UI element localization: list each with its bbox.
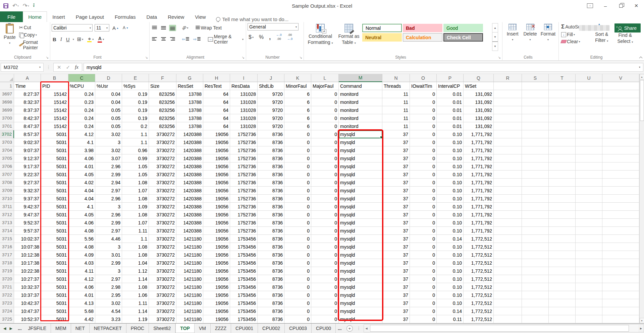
cell-G3723[interactable]: 1421180 [176,299,203,307]
cell-M3725[interactable]: mysqld [339,315,382,323]
bottom-align-button[interactable] [169,25,176,31]
row-header-3723[interactable]: 3723 [0,299,14,307]
cell-K3716[interactable]: 0 [284,243,311,251]
cell-U3708[interactable] [576,179,602,187]
orientation-button[interactable]: ab▾ [181,25,189,30]
cell-J3699[interactable]: 9720 [258,106,284,114]
cell-F3704[interactable]: 3730272 [149,146,176,154]
cell-V3712[interactable] [602,211,639,219]
cell-style-normal[interactable]: Normal [362,24,402,32]
cell-Q3717[interactable]: 1,772,512 [464,251,494,259]
cell-C3711[interactable]: 4.1 [68,203,95,211]
cell-Q3708[interactable]: 1,771,792 [464,179,494,187]
cell-S3698[interactable] [522,98,549,106]
cell-G3710[interactable]: 1420388 [176,195,203,203]
cell-A3723[interactable]: 10:42:37 [14,299,41,307]
row-header-3713[interactable]: 3713 [0,219,14,227]
sheet-overflow-right[interactable]: ... [336,324,344,333]
cell-J3716[interactable]: 8736 [258,243,284,251]
row-header-3710[interactable]: 3710 [0,195,14,203]
cell-A3719[interactable]: 10:22:38 [14,267,41,275]
cell-C3701[interactable]: 0.24 [68,122,95,130]
conditional-formatting-button[interactable]: ≠ ConditionalFormatting ▾ [305,23,335,46]
cell-S3722[interactable] [522,291,549,299]
cell-Q3706[interactable]: 1,771,792 [464,162,494,171]
column-header-N[interactable]: N [382,74,410,82]
cell-M3701[interactable]: monitord [339,122,382,130]
cell-R3704[interactable] [494,146,522,154]
cell-V3708[interactable] [602,179,639,187]
cell-U3717[interactable] [576,251,602,259]
cell-T3718[interactable] [549,259,576,267]
cell-Q3707[interactable]: 1,771,792 [464,171,494,179]
cell-N3712[interactable]: 37 [382,211,410,219]
cell-M3714[interactable]: mysqld [339,227,382,235]
cell-J3707[interactable]: 8736 [258,171,284,179]
cell-T3698[interactable] [549,98,576,106]
cell-U3710[interactable] [576,195,602,203]
cell-B3723[interactable]: 5031 [41,299,68,307]
cell-L3713[interactable]: 0 [311,219,339,227]
cell-O3719[interactable]: 0 [410,267,437,275]
horizontal-scrollbar[interactable]: ◀ ▶ [364,324,644,332]
cell-E3716[interactable]: 1.08 [122,243,149,251]
cell-H3699[interactable]: 64 [203,106,230,114]
cell-H3723[interactable]: 19056 [203,299,230,307]
cell-M3724[interactable]: mysqld [339,307,382,315]
row-header-3719[interactable]: 3719 [0,267,14,275]
tab-page-layout[interactable]: Page Layout [70,11,109,22]
format-as-table-button[interactable]: Format asTable ▾ [335,23,362,46]
cell-C3704[interactable]: 3.98 [68,146,95,154]
cell-N3723[interactable]: 37 [382,299,410,307]
horizontal-scroll-track[interactable] [369,325,638,332]
cell-B3711[interactable]: 5031 [41,203,68,211]
cell-D3703[interactable]: 3 [95,138,122,146]
cell-D3704[interactable]: 3.02 [95,146,122,154]
cell-A3713[interactable]: 9:52:37 [14,219,41,227]
sheet-tab-proc[interactable]: PROC [126,324,149,333]
cell-J3701[interactable]: 9720 [258,122,284,130]
cancel-entry-icon[interactable]: ✕ [57,64,61,70]
cell-R1[interactable] [494,82,522,90]
sheet-tab-cpu002[interactable]: CPU002 [258,324,285,333]
cell-M3722[interactable]: mysqld [339,291,382,299]
row-header-3725[interactable]: 3725 [0,315,14,323]
cell-O3713[interactable]: 0 [410,219,437,227]
paste-button[interactable]: Paste▾ [1,23,18,46]
cell-D3713[interactable]: 2.99 [95,219,122,227]
cell-V3702[interactable] [602,130,639,138]
cell-F3697[interactable]: 823256 [149,90,176,98]
cell-M3703[interactable]: mysqld [339,138,382,146]
cell-H3700[interactable]: 64 [203,114,230,122]
cell-G3704[interactable]: 1420388 [176,146,203,154]
cell-A3698[interactable]: 8:32:37 [14,98,41,106]
cell-P3705[interactable]: 0.10 [437,154,464,162]
cell-F3721[interactable]: 3730272 [149,283,176,291]
cell-Q3718[interactable]: 1,772,512 [464,259,494,267]
cell-N3701[interactable]: 11 [382,122,410,130]
cell-B3721[interactable]: 5031 [41,283,68,291]
cell-D3702[interactable]: 3.02 [95,130,122,138]
cell-M3719[interactable]: mysqld [339,267,382,275]
cell-F3712[interactable]: 3730272 [149,211,176,219]
cell-G3719[interactable]: 1421180 [176,267,203,275]
cell-P3713[interactable]: 0.10 [437,219,464,227]
sheet-nav-left-icon[interactable]: ◀ [3,326,6,331]
cell-K3702[interactable]: 0 [284,130,311,138]
cell-G3715[interactable]: 1421180 [176,235,203,243]
cell-O3697[interactable]: 0 [410,90,437,98]
cell-U3715[interactable] [576,235,602,243]
close-button[interactable]: × [629,0,644,11]
cell-A3704[interactable]: 9:07:37 [14,146,41,154]
cell-S3703[interactable] [522,138,549,146]
cell-Q3725[interactable]: 1,772,512 [464,315,494,323]
cell-R3722[interactable] [494,291,522,299]
cell-V3723[interactable] [602,299,639,307]
cell-A3710[interactable]: 9:37:37 [14,195,41,203]
cell-K3713[interactable]: 0 [284,219,311,227]
cell-I3701[interactable]: 131028 [230,122,258,130]
cell-G3702[interactable]: 1420388 [176,130,203,138]
cell-P3725[interactable]: 0.11 [437,315,464,323]
cell-N3698[interactable]: 11 [382,98,410,106]
wrap-text-button[interactable]: Wrap Text [195,25,223,31]
